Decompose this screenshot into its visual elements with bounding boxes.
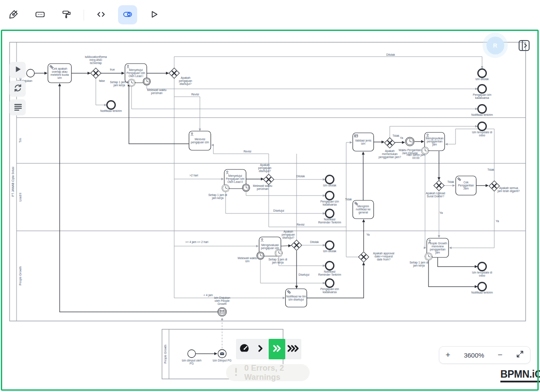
gateway-disetujui-2[interactable]: Apakahpengajuandisetujui? (258, 163, 274, 185)
fit-viewport-button[interactable] (516, 350, 524, 360)
end-izin-ditolak-3[interactable]: Izin ditolak (323, 241, 337, 253)
task-validasi-jenis-izin[interactable]: Validasi jenisizin (353, 133, 374, 151)
open-panel-button[interactable] (518, 40, 530, 53)
pool-label: People Growth (164, 345, 167, 363)
end-pengajuan-kadaluarsa-1[interactable]: Pengajuan izinkadaluarsa (473, 85, 492, 100)
bpmn-canvas[interactable]: PT JAWAB Cipta SolusiLead ITimLead IIPeo… (0, 0, 540, 392)
gateway-semua-jam-diganti[interactable]: Apakah semuajam telah diganti? (489, 181, 520, 193)
task-cek-overlap[interactable]: Cek apakahoverlap ataumelebihi kuotaizin (48, 64, 71, 83)
palette-log-button[interactable] (10, 99, 26, 115)
sequence-flow (132, 87, 477, 109)
end-izin-terupdate-2[interactable]: Izin terupdate diodoo (472, 263, 492, 277)
message-izin-diinput-pg[interactable]: Izin Diinput PG (213, 350, 231, 363)
play-button[interactable] (145, 5, 164, 24)
code-view-button[interactable] (91, 5, 111, 24)
exclamation-icon (233, 367, 239, 378)
timer-setiap-1-jam-lead-2-label: Setiap 1 jam dijam kerja (209, 193, 227, 200)
palette-play-button[interactable] (10, 62, 26, 78)
end-izin-terupdate-1[interactable]: Izin terupdate diodoo (472, 122, 492, 137)
timer-setiap-1-jam-pg[interactable]: Setiap 1 jam dijam kerja (410, 253, 432, 268)
zoom-level[interactable]: 3600% (464, 351, 484, 359)
end-izin-ditolak-2[interactable]: Izin ditolak (323, 176, 337, 187)
sequence-flow (438, 257, 477, 267)
end-notifikasi-reminder-2-label: NotifikasiReminder Terkirim (318, 270, 341, 276)
timer-setiap-1-jam-lead-1-label: Setiap 1 jam dijam kerja (110, 81, 129, 87)
speed-gauge-button[interactable] (236, 339, 253, 359)
paint-roller-button[interactable] (57, 5, 76, 24)
flow-label: Ya (366, 233, 370, 236)
task-merevisi-pengajuan[interactable]: Merevisipengajuan izin (189, 131, 211, 150)
flow-label: >= 4 jam <= 2 hari (186, 240, 209, 244)
flow-label: Revisi (297, 223, 304, 226)
pen-tool-button[interactable] (4, 5, 23, 24)
code-brackets-icon (96, 9, 106, 21)
task-mengirim-notifikasi-general[interactable]: Mengirimnotifikasi kegeneral (353, 200, 374, 219)
end-pengajuan-kadaluarsa-2-label: Pengajuan izinkadaluarsa (321, 200, 339, 206)
align-list-icon (13, 102, 23, 113)
flow-label: true (110, 68, 115, 71)
sequence-flow (174, 97, 200, 131)
end-pengajuan-kadaluarsa-3[interactable]: Pengajuan izinkadaluarsa (321, 279, 339, 294)
gateway-perlu-penggantian[interactable]: Apakahmemerlukanpenggantian jam? (378, 138, 401, 159)
preview-toggle-button[interactable] (118, 5, 137, 24)
avatar[interactable]: R (486, 37, 504, 54)
gateway-is-allocation-label: isAllocationRemaining ANDisOverlap (85, 55, 107, 65)
lane-label: Lead II (19, 193, 22, 201)
palette-reset-button[interactable] (10, 81, 26, 97)
end-notifikasi-reminder-2[interactable]: NotifikasiReminder Terkirim (318, 262, 341, 277)
flow-label: Ditolak (386, 53, 395, 56)
svg-text:Mengevaluasipengajuan izin: Mengevaluasipengajuan izin (261, 243, 279, 250)
end-notifikasi-terkirim-3[interactable]: Notifikasi terkirim (471, 283, 493, 294)
gateway-disetujui-3[interactable]: Apakahpengajuandisetujui? (282, 230, 302, 250)
end-pengajuan-kadaluarsa-2[interactable]: Pengajuan izinkadaluarsa (321, 192, 339, 206)
gateway-disetujui-3-label: Apakahpengajuandisetujui? (282, 230, 295, 240)
flow-label: Disetujui (299, 273, 310, 277)
end-izin-ditolak-1[interactable]: Izin ditolak (476, 69, 489, 81)
timer-melewati-waktu-izin[interactable]: Melewati waktuizin (238, 252, 264, 263)
end-notifikasi-terkirim-1[interactable]: Notifikasi terkirim (100, 101, 122, 113)
gateway-approval-date-label: Apakah approvaldate>=requestdate from? (373, 252, 395, 261)
sequence-flow (281, 246, 291, 246)
timer-setiap-1-jam-lead-1[interactable]: Setiap 1 jam dijam kerja (110, 79, 135, 88)
zoom-in-button[interactable]: + (446, 350, 450, 360)
bpmn-io-logo[interactable]: BPMN.iO (500, 368, 540, 382)
end-notifikasi-reminder-1[interactable]: NotifikasiReminder Terkirim (318, 210, 341, 224)
refresh-icon (13, 83, 23, 94)
flow-label: Ya (439, 211, 443, 214)
simulation-palette (10, 62, 26, 115)
gateway-disetujui-1[interactable]: Apakahpengajuandisetujui? (169, 68, 192, 86)
simulation-speed-bar (236, 339, 301, 359)
timer-setiap-1-jam-lead-2[interactable]: Setiap 1 jam dijam kerja (209, 185, 230, 200)
zoom-out-button[interactable]: − (498, 350, 503, 360)
message-izin-diajukan-pg[interactable]: Izin Diajukanoleh PeopleGrowth (214, 296, 230, 316)
speed-3x-button[interactable] (285, 339, 302, 359)
flow-label: Revisi (243, 150, 251, 153)
start-izin-diinput[interactable]: Izin diinput olehPG (182, 350, 202, 365)
gateway-upload-surat-dokter[interactable]: Apakah UploadSurat Dokter? (426, 180, 446, 198)
gateway-approval-date[interactable]: Apakah approvaldate>=requestdate from? (358, 252, 395, 262)
end-izin-terupdate-2-label: Izin terupdate diodoo (472, 271, 492, 277)
speed-1x-button[interactable] (253, 339, 269, 359)
lane-label: People Growth (19, 267, 22, 285)
end-notifikasi-terkirim-2[interactable]: Notifikasi terkirim (471, 105, 493, 117)
chevron-x2-icon (272, 345, 282, 354)
keyboard-shortcuts-icon (35, 9, 45, 21)
flow-label: Revisi (191, 93, 199, 96)
keyboard-shortcuts-button[interactable] (30, 5, 50, 24)
play-icon (149, 9, 159, 21)
gauge-icon (239, 343, 250, 355)
sequence-flow (429, 260, 477, 287)
gateway-disetujui-1-label: Apakahpengajuandisetujui? (179, 76, 192, 86)
lint-status-pill[interactable]: 0 Errors, 2 Warnings (226, 364, 310, 381)
timer-melewati-waktu-lead-2[interactable]: Melewati waktuperizinan (243, 184, 273, 192)
task-cek-penggantian-jam[interactable]: CekPenggantianJam (456, 176, 476, 195)
gateway-is-allocation[interactable]: isAllocationRemaining ANDisOverlap (85, 55, 107, 78)
message-izin-diajukan-pg-label: Izin Diajukanoleh PeopleGrowth (214, 296, 230, 305)
end-izin-ditolak-1-label: Izin ditolak (476, 78, 489, 81)
chevron-x1-icon (257, 345, 264, 354)
paint-roller-icon (61, 9, 72, 21)
speed-2x-button[interactable] (269, 339, 285, 359)
gateway-upload-surat-dokter-label: Apakah UploadSurat Dokter? (426, 192, 446, 198)
task-notifikasi-ke-tim[interactable]: Notifikasi ke timizin disetujui (286, 289, 307, 307)
timer-waktu-pergantian[interactable]: Waktu PergantianJam Dimulai (398, 137, 421, 155)
